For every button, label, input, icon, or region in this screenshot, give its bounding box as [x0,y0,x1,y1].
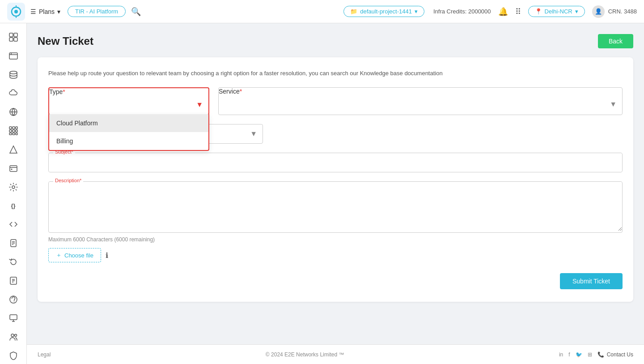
svg-rect-7 [9,38,13,41]
network-icon [9,107,18,116]
card-description: Please help up route your question to re… [48,70,623,77]
sidebar-item-docs[interactable] [4,235,23,252]
region-label: Delhi-NCR [545,8,572,15]
svg-rect-21 [9,133,12,135]
type-dropdown-wrapper: Type* ▼ Cloud Platform Billing [48,87,209,115]
service-dropdown[interactable]: Service* ▼ [218,87,623,115]
sidebar-item-code[interactable] [4,216,23,233]
monitor-icon [9,313,18,322]
sidebar-item-network[interactable] [4,103,23,120]
type-dropdown-list: Cloud Platform Billing [48,114,209,151]
sidebar-item-refresh[interactable] [4,253,23,270]
sidebar-item-storage[interactable] [4,66,23,83]
plans-label: Plans [39,8,55,15]
logo[interactable] [7,3,25,21]
sidebar-item-billing[interactable] [4,160,23,177]
info-icon[interactable]: ℹ [106,251,108,260]
sidebar-item-cloud[interactable] [4,85,23,102]
svg-rect-38 [10,315,17,320]
svg-rect-24 [10,166,17,171]
project-label: default-project-1441 [360,8,412,15]
users-icon [9,332,18,341]
code-icon [9,220,18,229]
svg-point-12 [10,71,17,74]
sidebar-item-grid[interactable] [4,122,23,139]
choose-file-label: Choose file [64,252,93,259]
char-limit-text: Maximum 6000 Characters (6000 remaining) [48,236,623,243]
credits-display: Infra Credits: 2000000 [433,8,491,15]
description-textarea[interactable] [49,182,622,231]
sidebar-item-security[interactable] [4,347,23,364]
support-icon [9,295,18,304]
rss-icon[interactable]: ⊞ [588,351,592,358]
svg-rect-20 [16,130,17,132]
storage-icon [9,70,18,79]
type-dropdown[interactable]: Type* ▼ Cloud Platform Billing [48,87,209,115]
svg-rect-5 [9,33,13,37]
facebook-icon[interactable]: f [568,351,570,358]
sidebar-item-users[interactable] [4,328,23,345]
service-label: Service* [219,88,242,95]
project-selector[interactable]: 📁 default-project-1441 ▾ [343,6,424,17]
plans-menu[interactable]: ☰ Plans ▾ [30,8,60,15]
svg-rect-15 [9,127,12,129]
docs-icon [9,239,18,248]
user-avatar: 👤 [592,5,605,18]
sidebar-item-settings[interactable] [4,179,23,196]
subject-field[interactable]: Subject* [48,153,623,172]
twitter-icon[interactable]: 🐦 [576,351,582,358]
grid-icon [9,126,18,135]
service-dropdown-arrow-icon: ▼ [610,100,617,108]
footer-copyright: © 2024 E2E Networks Limited ™ [266,351,344,358]
main-content: New Ticket Back Please help up route you… [27,23,644,344]
contact-us-link[interactable]: 📞 Contact Us [597,351,633,358]
choose-file-button[interactable]: ＋ Choose file [48,248,101,262]
folder-icon: 📁 [350,8,357,15]
footer: Legal © 2024 E2E Networks Limited ™ in f… [27,344,644,364]
submit-row: Submit Ticket [48,273,623,289]
type-dropdown-arrow-icon: ▼ [196,101,203,109]
legal-link[interactable]: Legal [38,351,51,358]
svg-point-2 [14,10,18,13]
back-button[interactable]: Back [598,34,633,48]
apps-grid-button[interactable]: ⠿ [515,7,521,17]
linkedin-icon[interactable]: in [559,351,563,358]
refresh-icon [9,257,18,266]
dropdown-option-cloud[interactable]: Cloud Platform [49,114,208,132]
footer-socials: in f 🐦 ⊞ 📞 Contact Us [559,351,633,358]
service-dropdown-header[interactable]: ▼ [219,95,622,114]
sidebar-item-api[interactable]: {} [4,197,23,214]
topnav: ☰ Plans ▾ TIR - AI Platform 🔍 📁 default-… [0,0,644,23]
plans-chevron: ▾ [57,8,60,15]
shield-icon [9,351,18,360]
tir-platform-tab[interactable]: TIR - AI Platform [68,6,126,17]
settings-icon [9,183,18,192]
file-chooser-row: ＋ Choose file ℹ [48,248,623,262]
description-field[interactable]: Description* [48,181,623,233]
tir-label: TIR - AI Platform [75,8,118,15]
page-title: New Ticket [38,35,93,47]
type-dropdown-header[interactable]: ▼ [49,95,208,114]
user-label: CRN. 3488 [608,8,637,15]
svg-rect-23 [16,133,17,135]
notifications-button[interactable]: 🔔 [498,7,508,17]
svg-rect-8 [14,38,17,41]
ci-icon [9,145,18,154]
svg-rect-18 [9,130,12,132]
sidebar-item-support[interactable] [4,291,23,308]
svg-point-42 [14,334,17,337]
svg-rect-16 [13,127,15,129]
sidebar-item-dashboard[interactable] [4,29,23,46]
search-button[interactable]: 🔍 [131,7,141,17]
sidebar-item-monitor[interactable] [4,309,23,326]
sidebar: {} [0,23,27,364]
region-selector[interactable]: 📍 Delhi-NCR ▾ [528,6,585,17]
dropdown-option-billing[interactable]: Billing [49,132,208,150]
sidebar-item-compute[interactable] [4,47,23,64]
sidebar-item-ci[interactable] [4,141,23,158]
submit-ticket-button[interactable]: Submit Ticket [560,273,623,289]
user-menu[interactable]: 👤 CRN. 3488 [592,5,637,18]
subject-input[interactable] [49,153,622,172]
sidebar-item-report[interactable] [4,272,23,289]
svg-rect-19 [13,130,15,132]
